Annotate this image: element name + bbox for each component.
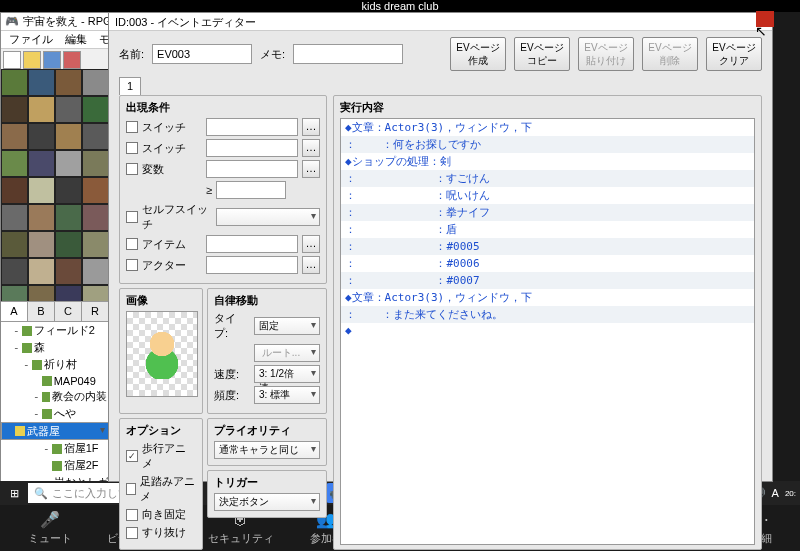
type-select[interactable]: 固定 xyxy=(254,317,320,335)
variable-field[interactable] xyxy=(206,160,298,178)
speed-select[interactable]: 3: 1/2倍速 xyxy=(254,365,320,383)
command-line[interactable]: ： ：#0006 xyxy=(341,255,754,272)
switch2-picker[interactable]: … xyxy=(302,139,320,157)
tile[interactable] xyxy=(1,69,28,96)
switch1-picker[interactable]: … xyxy=(302,118,320,136)
selfswitch-select[interactable] xyxy=(216,208,320,226)
tile[interactable] xyxy=(1,96,28,123)
actor-field[interactable] xyxy=(206,256,298,274)
command-line[interactable]: ◆ xyxy=(341,323,754,338)
walk-check[interactable] xyxy=(126,450,138,462)
route-button[interactable]: ルート... xyxy=(254,344,320,362)
toolbar-new[interactable] xyxy=(3,51,21,69)
zoom-ミュート[interactable]: 🎤ミュート xyxy=(28,511,72,546)
command-line[interactable]: ： ：何をお探しですか xyxy=(341,136,754,153)
menu-edit[interactable]: 編集 xyxy=(65,32,87,47)
variable-check[interactable] xyxy=(126,163,138,175)
command-line[interactable]: ◆文章：Actor3(3)，ウィンドウ，下 xyxy=(341,119,754,136)
selfswitch-check[interactable] xyxy=(126,211,138,223)
tile[interactable] xyxy=(28,96,55,123)
tile[interactable] xyxy=(82,285,109,301)
command-line[interactable]: ： ：#0005 xyxy=(341,238,754,255)
tile[interactable] xyxy=(28,123,55,150)
tile[interactable] xyxy=(1,177,28,204)
tree-item[interactable]: -宿屋1F xyxy=(1,440,109,457)
tile[interactable] xyxy=(28,258,55,285)
tile[interactable] xyxy=(28,231,55,258)
tree-item[interactable]: -フィールド2 xyxy=(1,322,109,339)
command-line[interactable]: ： ：盾 xyxy=(341,221,754,238)
toolbar-open[interactable] xyxy=(23,51,41,69)
tileset-palette[interactable] xyxy=(1,69,109,301)
tile[interactable] xyxy=(82,123,109,150)
switch2-check[interactable] xyxy=(126,142,138,154)
tile[interactable] xyxy=(28,204,55,231)
tiletab-a[interactable]: A xyxy=(1,302,28,321)
freq-select[interactable]: 3: 標準 xyxy=(254,386,320,404)
tray-time[interactable]: 20: xyxy=(785,489,796,498)
trigger-select[interactable]: 決定ボタン xyxy=(214,493,320,511)
tile[interactable] xyxy=(1,204,28,231)
tile[interactable] xyxy=(82,69,109,96)
page-tab-1[interactable]: 1 xyxy=(119,77,141,95)
tile[interactable] xyxy=(82,177,109,204)
tree-item[interactable]: 宿屋2F xyxy=(1,457,109,474)
tiletab-b[interactable]: B xyxy=(28,302,55,321)
tile[interactable] xyxy=(55,231,82,258)
command-line[interactable]: ◆文章：Actor3(3)，ウィンドウ，下 xyxy=(341,289,754,306)
tile[interactable] xyxy=(55,258,82,285)
variable-value-field[interactable] xyxy=(216,181,286,199)
dir-check[interactable] xyxy=(126,509,138,521)
priority-select[interactable]: 通常キャラと同じ xyxy=(214,441,320,459)
command-line[interactable]: ： ：拳ナイフ xyxy=(341,204,754,221)
toolbar-close[interactable] xyxy=(63,51,81,69)
switch1-field[interactable] xyxy=(206,118,298,136)
tiletab-c[interactable]: C xyxy=(55,302,82,321)
tile[interactable] xyxy=(1,285,28,301)
command-line[interactable]: ： ：また来てくださいね。 xyxy=(341,306,754,323)
tile[interactable] xyxy=(28,69,55,96)
tile[interactable] xyxy=(28,177,55,204)
tree-item[interactable]: -教会の内装 xyxy=(1,388,109,405)
tile[interactable] xyxy=(1,231,28,258)
switch1-check[interactable] xyxy=(126,121,138,133)
actor-picker[interactable]: … xyxy=(302,256,320,274)
menu-file[interactable]: ファイル xyxy=(9,32,53,47)
tile[interactable] xyxy=(55,177,82,204)
tile[interactable] xyxy=(55,123,82,150)
tile[interactable] xyxy=(82,258,109,285)
variable-picker[interactable]: … xyxy=(302,160,320,178)
command-line[interactable]: ： ：呪いけん xyxy=(341,187,754,204)
command-line[interactable]: ： ：#0007 xyxy=(341,272,754,289)
switch2-field[interactable] xyxy=(206,139,298,157)
tree-item[interactable]: -森 xyxy=(1,339,109,356)
evpage-copy-button[interactable]: EVページ コピー xyxy=(514,37,570,71)
tile[interactable] xyxy=(55,204,82,231)
tile[interactable] xyxy=(82,150,109,177)
tree-item[interactable]: 武器屋 xyxy=(1,422,109,440)
tree-item[interactable]: -祈り村 xyxy=(1,356,109,373)
memo-input[interactable] xyxy=(293,44,403,64)
command-list[interactable]: ◆文章：Actor3(3)，ウィンドウ，下： ：何をお探しですか◆ショップの処理… xyxy=(340,118,755,545)
command-line[interactable]: ： ：すごけん xyxy=(341,170,754,187)
map-tree[interactable]: -フィールド2-森-祈り村 MAP049-教会の内装-へや 武器屋-宿屋1F 宿… xyxy=(1,321,109,481)
through-check[interactable] xyxy=(126,527,138,539)
tree-item[interactable]: 岩おとしギ xyxy=(1,474,109,481)
item-field[interactable] xyxy=(206,235,298,253)
tile[interactable] xyxy=(28,150,55,177)
tile[interactable] xyxy=(1,258,28,285)
tile[interactable] xyxy=(82,96,109,123)
toolbar-save[interactable] xyxy=(43,51,61,69)
tile[interactable] xyxy=(55,285,82,301)
item-check[interactable] xyxy=(126,238,138,250)
tree-item[interactable]: -へや xyxy=(1,405,109,422)
tray-ime-icon[interactable]: A xyxy=(772,487,779,499)
tile[interactable] xyxy=(1,150,28,177)
tile[interactable] xyxy=(82,204,109,231)
tile[interactable] xyxy=(55,96,82,123)
evpage-clear-button[interactable]: EVページ クリア xyxy=(706,37,762,71)
name-input[interactable] xyxy=(152,44,252,64)
command-line[interactable]: ◆ショップの処理：剣 xyxy=(341,153,754,170)
evpage-create-button[interactable]: EVページ 作成 xyxy=(450,37,506,71)
tree-item[interactable]: MAP049 xyxy=(1,373,109,388)
